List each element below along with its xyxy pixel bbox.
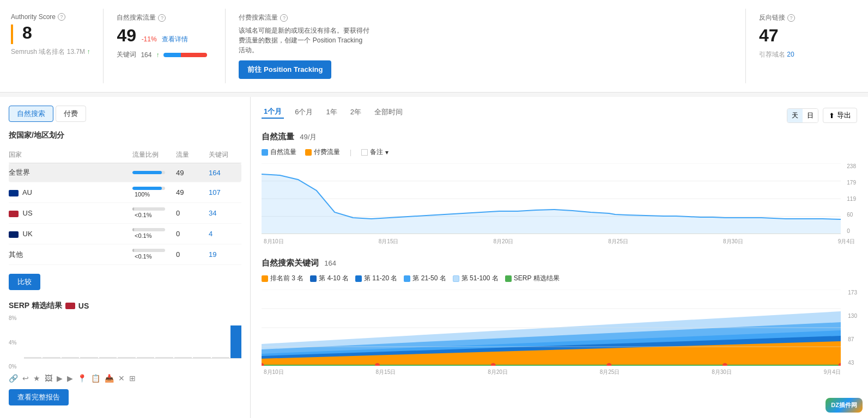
- organic-chart-svg: [262, 163, 857, 234]
- serp-bar-tall: [230, 325, 241, 358]
- kw-legend-21-50-color: [404, 275, 410, 282]
- time-btn-1year[interactable]: 1年: [324, 106, 339, 118]
- backlink-block: 反向链接 ? 47 引荐域名 20: [759, 9, 857, 83]
- serp-icon-link: 🔗: [9, 374, 18, 383]
- backlink-label: 反向链接 ?: [759, 13, 857, 22]
- view-month-btn[interactable]: 日: [803, 109, 818, 122]
- serp-bar: [193, 357, 210, 358]
- table-row: 全世界 49 164: [9, 163, 241, 182]
- keywords-au: 107: [209, 188, 241, 196]
- keywords-us: 34: [209, 209, 241, 217]
- traffic-bar-us: <0.1%: [132, 207, 176, 219]
- referring-domains: 引荐域名 20: [759, 50, 857, 59]
- country-us: US: [9, 209, 132, 217]
- keyword-row: 关键词 164 ↑: [117, 50, 212, 59]
- serp-bar: [99, 357, 117, 358]
- traffic-bar-world: [132, 171, 176, 174]
- keywords-legend: 排名前 3 名 第 4-10 名 第 11-20 名 第 21-50 名 第 5…: [262, 274, 857, 283]
- backlink-info-icon[interactable]: ?: [787, 14, 795, 22]
- serp-bar: [137, 357, 154, 358]
- keywords-chart-svg: [262, 290, 841, 366]
- view-full-report-button[interactable]: 查看完整报告: [9, 389, 69, 405]
- semrush-rank: Semrush 域名排名 13.7M ↑: [11, 47, 90, 57]
- serp-bar: [43, 357, 60, 358]
- table-row: 其他 <0.1% 0 19: [9, 244, 241, 265]
- keywords-chart-value: 164: [324, 259, 336, 267]
- serp-icon-grid: ⊞: [129, 374, 136, 383]
- keywords-chart-title: 自然搜索关键词 164: [262, 258, 857, 268]
- traffic-bar-other: <0.1%: [132, 249, 176, 260]
- view-day-btn[interactable]: 天: [787, 109, 803, 122]
- serp-title: SERP 精选结果 US: [9, 301, 241, 311]
- left-tab-bar: 自然搜索 付费: [9, 106, 241, 122]
- notes-dropdown-icon[interactable]: ▾: [385, 149, 389, 156]
- table-row: AU 100% 49 107: [9, 182, 241, 203]
- keyword-distribution-bar: [163, 53, 207, 57]
- authority-score-info-icon[interactable]: ?: [58, 13, 65, 21]
- left-panel: 自然搜索 付费 按国家/地区划分 国家 流量比例 流量 关键词 全世界 49 1…: [0, 97, 251, 418]
- referring-domains-link[interactable]: 20: [787, 51, 794, 58]
- serp-section: SERP 精选结果 US 8% 4% 0%: [9, 301, 241, 405]
- organic-traffic-label: 自然搜索流量 ?: [117, 13, 212, 22]
- traffic-bar-au: 100%: [132, 187, 176, 198]
- traffic-us: 0: [176, 209, 209, 217]
- legend-paid-color: [305, 149, 312, 156]
- legend-notes: 备注 ▾: [361, 147, 389, 157]
- tab-paid[interactable]: 付费: [56, 106, 86, 122]
- paid-traffic-info-icon[interactable]: ?: [280, 14, 288, 22]
- keywords-other: 19: [209, 250, 241, 259]
- serp-flag-us: [65, 303, 75, 309]
- traffic-other: 0: [176, 250, 209, 259]
- kw-legend-serp: SERP 精选结果: [505, 274, 560, 283]
- position-tracking-button[interactable]: 前往 Position Tracking: [239, 60, 331, 79]
- authority-score-value: 8: [11, 24, 90, 44]
- tab-organic[interactable]: 自然搜索: [9, 106, 53, 122]
- serp-icon-clip: 📋: [91, 374, 100, 383]
- time-btn-2year[interactable]: 2年: [348, 106, 363, 118]
- time-filter-row: 1个月 6个月 1年 2年 全部时间 天 日 ⬆ 导出: [262, 106, 857, 125]
- serp-bar: [62, 357, 79, 358]
- traffic-bar-uk: <0.1%: [132, 228, 176, 239]
- serp-bar: [174, 357, 192, 358]
- serp-icon-star: ★: [33, 374, 40, 383]
- compare-button[interactable]: 比较: [9, 274, 40, 290]
- authority-score-bar: [11, 24, 13, 44]
- organic-chart-y-axis: 238 179 119 60 0: [847, 163, 857, 234]
- export-button[interactable]: ⬆ 导出: [823, 108, 857, 123]
- serp-bar: [80, 357, 98, 358]
- organic-chart-x-labels: 8月10日 8月15日 8月20日 8月25日 8月30日 9月4日: [262, 238, 857, 245]
- kw-legend-51-100: 第 51-100 名: [453, 274, 499, 283]
- view-details-link[interactable]: 查看详情: [162, 35, 188, 43]
- kw-legend-top3: 排名前 3 名: [262, 274, 304, 283]
- time-btn-1month[interactable]: 1个月: [262, 106, 284, 119]
- table-row: UK <0.1% 0 4: [9, 224, 241, 244]
- kw-legend-51-100-color: [453, 275, 459, 282]
- time-btn-all[interactable]: 全部时间: [372, 106, 405, 118]
- keywords-chart-x-labels: 8月10日 8月15日 8月20日 8月25日 8月30日 9月4日: [262, 368, 857, 376]
- kw-legend-11-20-color: [355, 275, 362, 282]
- legend-organic: 自然流量: [262, 147, 296, 157]
- main-content: 自然搜索 付费 按国家/地区划分 国家 流量比例 流量 关键词 全世界 49 1…: [0, 97, 868, 418]
- serp-chart-area: 8% 4% 0%: [9, 315, 241, 370]
- keywords-world: 164: [209, 169, 241, 177]
- serp-country: US: [78, 302, 89, 310]
- paid-traffic-label: 付费搜索流量 ?: [239, 13, 732, 22]
- serp-icon-x: ✕: [118, 374, 125, 383]
- organic-traffic-info-icon[interactable]: ?: [158, 14, 166, 22]
- authority-score-block: Authority Score ? 8 Semrush 域名排名 13.7M ↑: [11, 9, 104, 83]
- paid-traffic-block: 付费搜索流量 ? 该域名可能是新的或现在没有排名。要获得付费流量的数据，创建一个…: [239, 9, 746, 83]
- country-other: 其他: [9, 250, 132, 260]
- keywords-section: 自然搜索关键词 164 排名前 3 名 第 4-10 名 第 11-20 名: [262, 258, 857, 377]
- col-keywords: 关键词: [209, 150, 241, 159]
- authority-score-label: Authority Score ?: [11, 13, 90, 21]
- country-au: AU: [9, 188, 132, 196]
- keywords-uk: 4: [209, 230, 241, 238]
- serp-y-labels: 8% 4% 0%: [9, 315, 16, 370]
- country-table-header: 国家 流量比例 流量 关键词: [9, 147, 241, 163]
- country-uk: UK: [9, 230, 132, 238]
- legend-organic-color: [262, 149, 268, 156]
- serp-bar: [212, 357, 229, 358]
- time-btn-6month[interactable]: 6个月: [293, 106, 315, 118]
- right-panel: 1个月 6个月 1年 2年 全部时间 天 日 ⬆ 导出 自然流量 49/月: [251, 97, 868, 418]
- serp-icon-video: ▶: [57, 374, 63, 383]
